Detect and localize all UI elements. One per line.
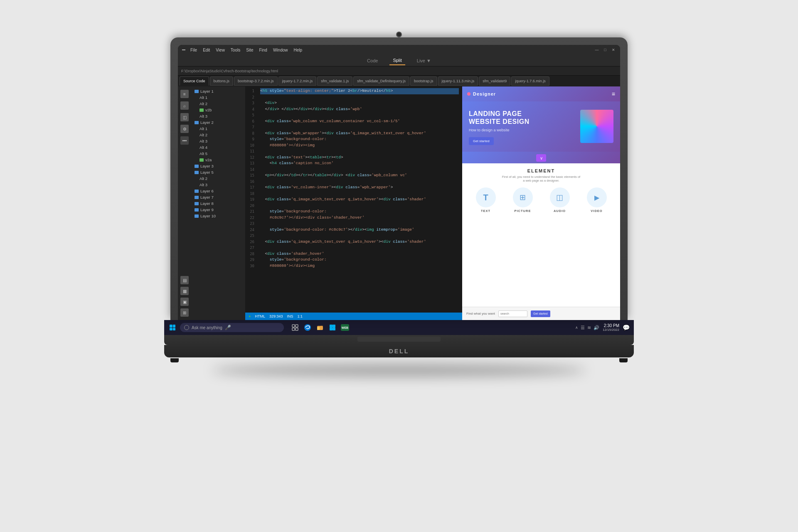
tab-sfm-validate3[interactable]: sfm_validatet9 [479, 76, 510, 86]
icon-panel4[interactable]: ⊞ [180, 308, 189, 317]
audio-icon[interactable]: ◫ [550, 187, 570, 207]
menu-site[interactable]: Site [244, 47, 255, 53]
tree-l5-alt2[interactable]: Alt 2 [191, 175, 245, 182]
laptop-lid: File Edit View Tools Site Find Window He… [170, 37, 628, 320]
windows-store-icon[interactable] [328, 323, 337, 332]
tree-v2b[interactable]: v2b [191, 107, 245, 113]
icon-layers[interactable]: ◫ [180, 113, 189, 121]
status-indicator: ● [249, 314, 251, 318]
tree-layer6[interactable]: Layer 6 [191, 188, 245, 194]
folder-icon [200, 108, 204, 112]
tree-l2-alt2[interactable]: Alt 2 [191, 132, 245, 138]
volume-icon[interactable]: 🔊 [594, 325, 599, 330]
tree-layer10[interactable]: Layer 10 [191, 213, 245, 219]
position-indicator: 329:343 [269, 314, 283, 318]
web-app-icon[interactable]: WEB [340, 323, 350, 332]
menu-find[interactable]: Find [257, 47, 268, 53]
tree-layer1[interactable]: Layer 1 [191, 88, 245, 94]
icon-more[interactable]: ••• [180, 136, 189, 145]
close-button[interactable]: ✕ [611, 47, 616, 52]
network-icon[interactable]: ☰ [581, 325, 585, 330]
text-icon[interactable]: T [476, 187, 496, 207]
tree-l2-alt1[interactable]: Alt 1 [191, 126, 245, 132]
hero-cta-button[interactable]: Get started [469, 137, 494, 145]
code-text[interactable]: <h5 style="text-align: center;">Tier 2<b… [257, 86, 462, 313]
section-title: ELEMENT [467, 168, 615, 173]
taskbar-search[interactable]: Ask me anything 🎤 [180, 323, 284, 332]
tab-sfm-validate[interactable]: sfm_validate.1.js [317, 76, 352, 86]
taskbar-multitasking-icon[interactable] [291, 323, 300, 332]
folder-icon [200, 158, 204, 162]
start-button[interactable] [168, 323, 177, 332]
live-preview: Designer ≡ LANDING PAGE WEBSITE DESIGN [462, 86, 620, 320]
tree-l2-alt3[interactable]: Alt 3 [191, 138, 245, 144]
preview-menu-icon[interactable]: ≡ [612, 91, 615, 97]
tab-live[interactable]: Live ▼ [414, 57, 434, 65]
tree-alt2[interactable]: Alt 2 [191, 101, 245, 107]
tray-arrow[interactable]: ∧ [575, 325, 578, 330]
tab-jquery2[interactable]: jquery-1.11.3.min.js [438, 76, 478, 86]
video-icon[interactable]: ▶ [587, 187, 607, 207]
tree-l5-alt3[interactable]: Alt 3 [191, 182, 245, 188]
tab-bootstrap2[interactable]: bootstrap.js [410, 76, 437, 86]
menu-view[interactable]: View [214, 47, 227, 53]
menu-bar: File Edit View Tools Site Find Window He… [189, 47, 304, 53]
footer-search-input[interactable] [498, 310, 527, 317]
picture-icon[interactable]: ⊞ [513, 187, 533, 207]
tree-layer2[interactable]: Layer 2 [191, 119, 245, 126]
tab-split[interactable]: Split [389, 56, 405, 65]
tree-alt1[interactable]: Alt 1 [191, 94, 245, 101]
tree-v2a[interactable]: v2a [191, 157, 245, 163]
tree-layer3[interactable]: Layer 3 [191, 163, 245, 169]
edge-browser-icon[interactable] [303, 323, 312, 332]
wifi-icon[interactable]: ≋ [587, 325, 591, 330]
tab-sfm-validate2[interactable]: sfm_validate_Definitequery.js [353, 76, 409, 86]
footer-get-started-button[interactable]: Get started [531, 310, 550, 317]
icon-search[interactable]: ⌕ [180, 101, 189, 110]
menu-help[interactable]: Help [292, 47, 304, 53]
icon-panel1[interactable]: ▤ [180, 276, 189, 284]
tree-l2-alt4[interactable]: Alt 4 [191, 144, 245, 150]
folder-icon [195, 90, 199, 93]
tree-layer8[interactable]: Layer 8 [191, 200, 245, 207]
menu-tools[interactable]: Tools [229, 47, 242, 53]
tab-source-code[interactable]: Source Code [180, 76, 209, 86]
tab-buttons-js[interactable]: buttons.js [210, 76, 234, 86]
tab-bootstrap[interactable]: bootstrap-3.7.2.min.js [234, 76, 278, 86]
tree-l2-alt5[interactable]: Alt 5 [191, 150, 245, 157]
maximize-button[interactable]: □ [603, 47, 608, 52]
tab-jquery[interactable]: jquery-1.7.2.min.js [278, 76, 317, 86]
minimize-button[interactable]: — [594, 47, 599, 52]
svg-rect-2 [292, 328, 295, 330]
menu-edit[interactable]: Edit [201, 47, 212, 53]
code-editor[interactable]: 12345 678910 1112131415 1617181920 21222… [245, 86, 462, 320]
taskbar-apps: WEB [291, 323, 350, 332]
chevron-down-icon[interactable]: ∨ [536, 154, 546, 162]
tab-jquery3[interactable]: jquery-1.7.6.min.js [511, 76, 549, 86]
tree-layer9[interactable]: Layer 9 [191, 207, 245, 213]
icon-settings[interactable]: ⚙ [180, 125, 189, 133]
tree-alt3[interactable]: Alt 3 [191, 113, 245, 119]
microphone-icon[interactable]: 🎤 [225, 325, 231, 330]
file-tree: Layer 1 Alt 1 Alt 2 v2b [191, 86, 245, 320]
system-clock[interactable]: 2:30 PM 12/15/2022 [603, 323, 619, 332]
menu-window[interactable]: Window [271, 47, 290, 53]
tree-layer5[interactable]: Layer 5 [191, 169, 245, 175]
sidebar-icons: ≡ ⌕ ◫ ⚙ ••• ▤ ▦ ▣ ⊞ [178, 86, 191, 320]
icon-panel2[interactable]: ▦ [180, 287, 189, 295]
touchpad[interactable] [357, 337, 441, 342]
filepath-text: F:\Dropbox\NinjaStudio\Cvfrech-Bootstrap… [181, 69, 278, 73]
tree-layer7[interactable]: Layer 7 [191, 194, 245, 200]
title-bar: File Edit View Tools Site Find Window He… [178, 45, 620, 55]
tab-code[interactable]: Code [364, 57, 381, 65]
system-tray: ∧ ☰ ≋ 🔊 2:30 PM 12/15/2022 💬 [575, 323, 630, 332]
icon-panel3[interactable]: ▣ [180, 298, 189, 306]
file-explorer-icon[interactable] [315, 323, 325, 332]
icon-files[interactable]: ≡ [180, 90, 189, 98]
taskbar: Ask me anything 🎤 [164, 320, 634, 335]
preview-divider: ∨ [462, 152, 620, 163]
laptop-base: Ask me anything 🎤 [164, 320, 634, 345]
menu-file[interactable]: File [189, 47, 199, 53]
notification-icon[interactable]: 💬 [623, 324, 630, 331]
ide-main: ≡ ⌕ ◫ ⚙ ••• ▤ ▦ ▣ ⊞ [178, 86, 620, 320]
